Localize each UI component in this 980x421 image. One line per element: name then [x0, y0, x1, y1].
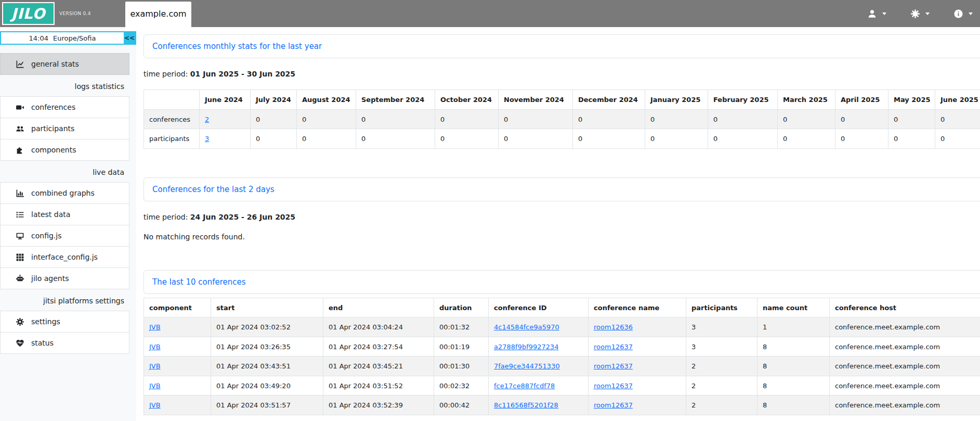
bar-chart-icon [16, 189, 24, 198]
table-cell: 2 [686, 376, 757, 396]
table-cell: 01 Apr 2024 03:04:24 [323, 317, 434, 337]
sidebar-item-combined-graphs[interactable]: combined graphs [0, 182, 129, 204]
conference-name-link[interactable]: room12637 [594, 382, 633, 390]
person-icon [867, 9, 877, 19]
table-cell: room12637 [589, 337, 686, 356]
table-cell: 8 [757, 356, 830, 376]
component-link[interactable]: JVB [149, 343, 161, 351]
heart-pulse-icon [16, 339, 24, 348]
conference-id-link[interactable]: 7fae9ce344751330 [494, 362, 560, 370]
component-link[interactable]: JVB [149, 323, 161, 331]
column-header: July 2024 [251, 90, 297, 110]
table-cell: 0 [935, 129, 980, 149]
sidebar-item-config-js[interactable]: config.js [0, 225, 129, 247]
column-header: December 2024 [573, 90, 645, 110]
table-cell: 0 [297, 109, 356, 129]
sidebar-item-general-stats[interactable]: general stats [0, 53, 129, 75]
conference-id-link[interactable]: 8c116568f5201f28 [494, 401, 558, 409]
table-cell: 0 [708, 129, 778, 149]
table-cell: 0 [297, 129, 356, 149]
table-cell: 0 [499, 129, 573, 149]
table-row: JVB01 Apr 2024 03:43:5101 Apr 2024 03:45… [144, 356, 980, 376]
users-icon [16, 124, 24, 133]
component-link[interactable]: JVB [149, 401, 161, 409]
sidebar-item-label: latest data [31, 210, 70, 219]
sidebar-item-status[interactable]: status [0, 332, 129, 354]
sidebar-item-label: combined graphs [31, 189, 95, 197]
cell-link[interactable]: 3 [205, 135, 209, 143]
table-cell: 2 [686, 396, 757, 415]
sidebar-section-label: logs statistics [0, 80, 129, 93]
sidebar-item-conferences[interactable]: conferences [0, 96, 129, 118]
table-cell: JVB [144, 337, 211, 356]
table-cell: 2 [200, 109, 251, 129]
table-cell: 8 [757, 376, 830, 396]
table-cell: 00:01:32 [434, 317, 489, 337]
sidebar-item-components[interactable]: components [0, 139, 129, 161]
clock-time: 14:04 [29, 34, 48, 42]
table-cell: 01 Apr 2024 03:51:52 [323, 376, 434, 396]
table-cell: 8 [757, 396, 830, 415]
conference-id-link[interactable]: a2788f9bf9927234 [494, 343, 559, 351]
panel-last-2-days: Conferences for the last 2 days [143, 177, 980, 201]
sidebar-collapse-button[interactable]: << [124, 32, 135, 44]
conference-name-link[interactable]: room12637 [594, 343, 633, 351]
sidebar-item-settings[interactable]: settings [0, 311, 129, 333]
table-cell: 2 [686, 356, 757, 376]
table-cell: 00:00:42 [434, 396, 489, 415]
column-header: conference host [830, 298, 980, 317]
table-cell: 3 [686, 317, 757, 337]
cell-link[interactable]: 2 [205, 116, 209, 123]
last-conferences-table: componentstartenddurationconference IDco… [143, 298, 980, 415]
conference-id-link[interactable]: 4c14584fce9a5970 [494, 323, 559, 331]
info-menu[interactable] [953, 9, 973, 19]
conference-id-link[interactable]: fce17ce887fcdf78 [494, 382, 555, 390]
sidebar-item-interface-config-js[interactable]: interface_config.js [0, 246, 129, 268]
table-cell: room12637 [589, 356, 686, 376]
conference-name-link[interactable]: room12637 [594, 362, 633, 370]
table-cell: 1 [757, 317, 830, 337]
column-header: May 2025 [888, 90, 935, 110]
time-period-value: 01 Jun 2025 - 30 Jun 2025 [190, 70, 295, 78]
table-cell: 0 [435, 109, 499, 129]
sidebar-item-latest-data[interactable]: latest data [0, 203, 129, 225]
table-cell: a2788f9bf9927234 [489, 337, 589, 356]
section-title: Conferences for the last 2 days [152, 185, 980, 194]
section-title: Conferences monthly stats for the last y… [152, 42, 980, 51]
column-header: August 2024 [297, 90, 356, 110]
video-icon [16, 103, 24, 112]
section-last-2-days: Conferences for the last 2 days time per… [143, 177, 980, 241]
component-link[interactable]: JVB [149, 382, 161, 390]
column-header: end [323, 298, 434, 317]
robot-icon [16, 274, 24, 283]
table-cell: room12637 [589, 376, 686, 396]
no-records-message: No matching records found. [143, 233, 980, 241]
table-cell: 01 Apr 2024 03:49:20 [211, 376, 323, 396]
settings-menu[interactable] [910, 9, 930, 19]
sidebar-item-jilo-agents[interactable]: jilo agents [0, 267, 129, 289]
table-cell: 0 [573, 109, 645, 129]
component-link[interactable]: JVB [149, 362, 161, 370]
user-menu[interactable] [867, 9, 886, 19]
table-cell: 0 [251, 109, 297, 129]
sidebar-nav: general statslogs statisticsconferencesp… [0, 53, 136, 354]
table-cell: 01 Apr 2024 03:52:39 [323, 396, 434, 415]
sidebar-item-participants[interactable]: participants [0, 118, 129, 139]
table-cell: 00:01:19 [434, 337, 489, 356]
table-cell: 0 [708, 109, 778, 129]
column-header: April 2025 [835, 90, 888, 110]
table-cell: JVB [144, 317, 211, 337]
conference-name-link[interactable]: room12636 [594, 323, 633, 331]
table-cell: conferences [144, 109, 200, 129]
table-cell: 0 [888, 109, 935, 129]
table-cell: 0 [835, 109, 888, 129]
grid-icon [16, 253, 24, 262]
tab-example-com[interactable]: example.com [125, 2, 191, 31]
puzzle-icon [16, 146, 24, 155]
table-cell: room12637 [589, 396, 686, 415]
column-header: March 2025 [778, 90, 835, 110]
conference-name-link[interactable]: room12637 [594, 401, 633, 409]
table-cell: 01 Apr 2024 03:02:52 [211, 317, 323, 337]
table-cell: 0 [356, 129, 435, 149]
table-cell: 0 [645, 129, 708, 149]
